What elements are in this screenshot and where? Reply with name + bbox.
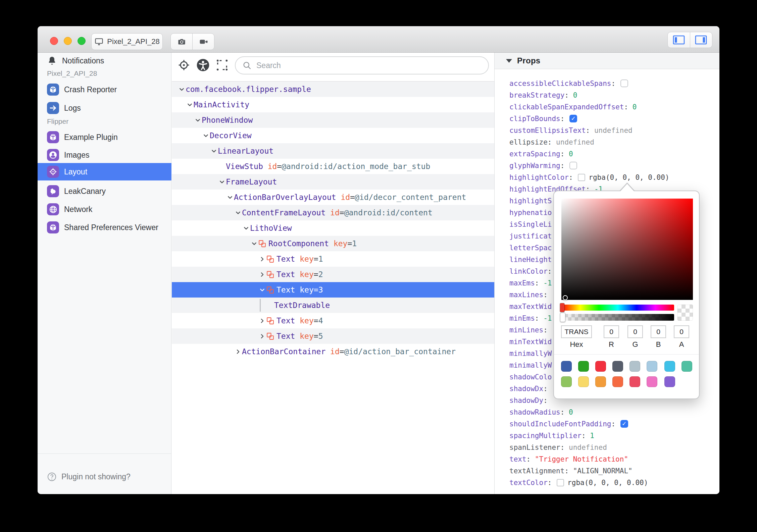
red-input[interactable] [604, 325, 619, 338]
unchecked-checkbox[interactable] [620, 79, 628, 87]
target-mode-button[interactable] [176, 58, 191, 72]
tree-row[interactable]: MainActivity [172, 97, 494, 112]
search-input[interactable] [256, 61, 482, 70]
minimize-window-button[interactable] [64, 37, 72, 45]
prop-value: "ALIGN_NORMAL" [573, 467, 633, 475]
chevron-down-icon[interactable] [186, 101, 194, 109]
tree-row[interactable]: ViewStub id=@android:id/action_mode_bar_… [172, 159, 494, 174]
saturation-cursor[interactable] [563, 295, 568, 300]
close-window-button[interactable] [50, 37, 58, 45]
tree-row[interactable]: Text key=4 [172, 313, 494, 328]
palette-swatch[interactable] [595, 361, 606, 372]
tree-row[interactable]: RootComponent key=1 [172, 236, 494, 251]
zoom-window-button[interactable] [78, 37, 86, 45]
tree-node-label: Text key=3 [276, 285, 323, 294]
tree-row[interactable]: Text key=2 [172, 267, 494, 282]
tree-row[interactable]: Text key=5 [172, 328, 494, 344]
indent-guide [260, 299, 261, 312]
chevron-down-icon[interactable] [210, 147, 218, 155]
palette-swatch[interactable] [595, 376, 606, 387]
tree-row[interactable]: ContentFrameLayout id=@android:id/conten… [172, 205, 494, 220]
sidebar-item-leakcanary[interactable]: LeakCanary [38, 183, 171, 199]
device-selector-button[interactable]: Pixel_2_API_28 [91, 33, 163, 50]
palette-swatch[interactable] [561, 376, 572, 387]
palette-swatch[interactable] [578, 361, 589, 372]
toggle-right-sidebar-button[interactable] [690, 32, 712, 48]
chevron-down-icon[interactable] [226, 193, 234, 201]
unchecked-checkbox[interactable] [569, 162, 577, 169]
sidebar-item-notifications[interactable]: Notifications [38, 53, 171, 69]
hue-slider[interactable] [561, 305, 674, 311]
chevron-down-icon[interactable] [178, 85, 186, 93]
sidebar-item-images[interactable]: Images [38, 147, 171, 163]
props-header[interactable]: Props [495, 53, 719, 69]
tree-row[interactable]: TextDrawable [172, 298, 494, 313]
palette-swatch[interactable] [612, 361, 623, 372]
saturation-value-area[interactable] [561, 199, 693, 300]
tree-row[interactable]: ActionBarContainer id=@id/action_bar_con… [172, 344, 494, 359]
chevron-down-icon[interactable] [218, 178, 226, 186]
palette-swatch[interactable] [664, 361, 675, 372]
chevron-down-icon[interactable] [234, 209, 242, 217]
chevron-down-icon[interactable] [258, 286, 266, 294]
alpha-slider[interactable] [561, 314, 674, 321]
tree-row[interactable]: LinearLayout [172, 143, 494, 159]
palette-swatch[interactable] [664, 376, 675, 387]
palette-swatch[interactable] [629, 376, 640, 387]
prop-key: maxTextWid [509, 303, 552, 311]
hex-input[interactable] [561, 325, 592, 338]
tree-row[interactable]: PhoneWindow [172, 112, 494, 128]
color-swatch[interactable] [557, 479, 564, 486]
sidebar-item-logs[interactable]: Logs [38, 100, 171, 116]
screen-record-button[interactable] [192, 34, 214, 50]
tree-node-label: RootComponent key=1 [268, 239, 357, 248]
toggle-left-sidebar-button[interactable] [668, 32, 690, 48]
chevron-down-icon[interactable] [242, 224, 250, 232]
tree-row[interactable]: DecorView [172, 128, 494, 143]
g-label: G [627, 340, 643, 349]
chevron-spacer [218, 162, 226, 170]
tree-row[interactable]: LithoView [172, 220, 494, 236]
sidebar-item-layout[interactable]: Layout [38, 163, 171, 180]
chevron-right-icon[interactable] [258, 270, 266, 278]
tree-row[interactable]: Text key=3 [172, 282, 494, 298]
tree-row[interactable]: ActionBarOverlayLayout id=@id/decor_cont… [172, 190, 494, 205]
chevron-right-icon[interactable] [258, 255, 266, 263]
green-input[interactable] [627, 325, 643, 338]
blue-input[interactable] [651, 325, 666, 338]
accessibility-mode-button[interactable] [196, 58, 210, 72]
sidebar-item-example-plugin[interactable]: Example Plugin [38, 129, 171, 145]
prop-key: justificat [509, 232, 552, 240]
chevron-right-icon[interactable] [258, 332, 266, 340]
tree-row[interactable]: Text key=1 [172, 251, 494, 267]
palette-swatch[interactable] [647, 361, 657, 372]
plugin-not-showing-link[interactable]: Plugin not showing? [38, 469, 171, 485]
alpha-slider-handle[interactable] [560, 313, 565, 322]
palette-swatch[interactable] [647, 376, 657, 387]
prop-key: hyphenatio [509, 209, 552, 217]
prop-row-spanListener: spanListener: undefined [495, 441, 719, 453]
screenshot-button[interactable] [171, 34, 192, 50]
sidebar-item-crash-reporter[interactable]: Crash Reporter [38, 82, 171, 98]
checked-checkbox[interactable]: ✓ [620, 420, 628, 428]
sidebar-item-network[interactable]: Network [38, 201, 171, 217]
chevron-down-icon[interactable] [194, 116, 202, 124]
palette-swatch[interactable] [561, 361, 572, 372]
tree-row[interactable]: com.facebook.flipper.sample [172, 82, 494, 97]
chevron-down-icon[interactable] [202, 131, 210, 140]
chevron-down-icon[interactable] [250, 240, 258, 248]
alpha-input[interactable] [674, 325, 689, 338]
chevron-right-icon[interactable] [258, 317, 266, 325]
prop-key: textColor [509, 479, 548, 487]
palette-swatch[interactable] [682, 361, 692, 372]
sidebar-item-shared-preferences-viewer[interactable]: Shared Preferences Viewer [38, 219, 171, 235]
palette-swatch[interactable] [629, 361, 640, 372]
color-swatch[interactable] [578, 174, 585, 181]
hue-slider-handle[interactable] [560, 303, 564, 312]
tree-row[interactable]: FrameLayout [172, 174, 494, 190]
select-element-button[interactable] [215, 58, 230, 72]
palette-swatch[interactable] [612, 376, 623, 387]
palette-swatch[interactable] [578, 376, 589, 387]
chevron-right-icon[interactable] [234, 348, 242, 356]
checked-checkbox[interactable]: ✓ [569, 115, 577, 122]
